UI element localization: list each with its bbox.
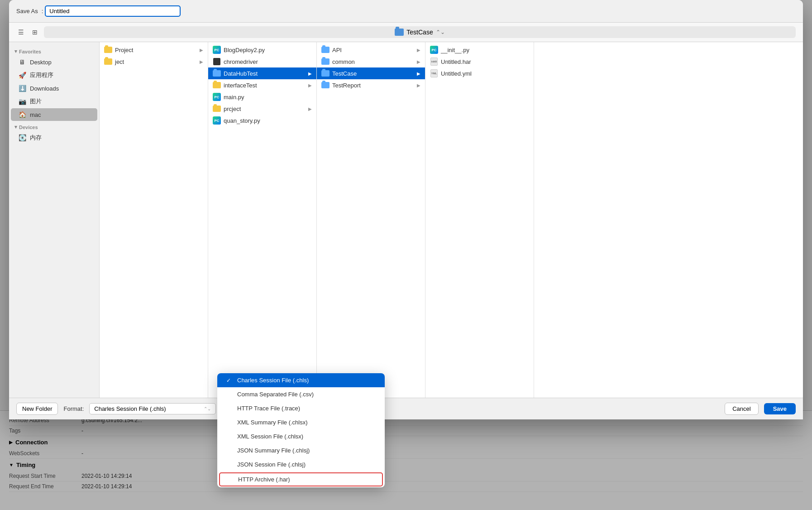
current-folder-name: TestCase <box>406 29 433 36</box>
file-item-api[interactable]: API ▶ <box>317 44 425 56</box>
format-option-trace[interactable]: HTTP Trace File (.trace) <box>217 401 385 415</box>
format-option-chlsx-session[interactable]: XML Session File (.chlsx) <box>217 429 385 443</box>
file-item-common[interactable]: common ▶ <box>317 56 425 67</box>
chevron-ject: ▶ <box>200 59 203 64</box>
columns-icon-btn[interactable]: ⊞ <box>30 27 39 38</box>
pycharm-icon-blogdeploy: PC <box>213 46 221 54</box>
file-item-testcase[interactable]: TestCase ▶ <box>317 67 425 79</box>
stepper-icon: ⌃⌄ <box>436 29 445 35</box>
pycharm-icon-quan-story: PC <box>213 116 221 125</box>
chevron-project: ▶ <box>200 48 203 53</box>
dialog-titlebar: Save As : <box>9 0 803 23</box>
file-label-testreport: TestReport <box>332 82 361 89</box>
chevron-prcject: ▶ <box>308 106 312 111</box>
file-item-prcject[interactable]: prcject ▶ <box>208 103 316 115</box>
file-label-main: main.py <box>224 94 244 101</box>
checkmark-chls: ✓ <box>226 377 234 384</box>
folder-icon-common <box>321 58 330 66</box>
file-item-interfacetest[interactable]: interfaceTest ▶ <box>208 79 316 91</box>
save-as-input[interactable] <box>45 5 181 17</box>
file-item-project[interactable]: Project ▶ <box>100 44 208 56</box>
file-item-ject[interactable]: ject ▶ <box>100 56 208 67</box>
file-browser: Project ▶ ject ▶ PC BlogDeploy2.p <box>100 42 803 398</box>
file-item-chromedriver[interactable]: chromedriver <box>208 56 316 67</box>
file-item-datahubtest[interactable]: DataHubTest ▶ <box>208 67 316 79</box>
format-label-chlsx-summary: XML Summary File (.chlsx) <box>237 419 308 426</box>
devices-label: Devices <box>19 125 38 130</box>
sidebar-item-downloads[interactable]: ⬇️ Downloads <box>11 82 97 95</box>
dialog-bottom: New Folder Format: Charles Session File … <box>9 398 803 419</box>
file-label-common: common <box>332 58 355 65</box>
photos-icon: 📷 <box>18 97 26 106</box>
downloads-icon: ⬇️ <box>18 84 26 92</box>
file-column-4: PC __init__.py HAR Untitled.har YML Unti… <box>425 42 534 398</box>
folder-dropdown[interactable]: TestCase ⌃⌄ <box>44 26 796 38</box>
file-item-testreport[interactable]: TestReport ▶ <box>317 79 425 91</box>
folder-icon-datahubtest <box>213 69 221 77</box>
file-label-testcase: TestCase <box>332 70 357 77</box>
favorites-chevron: ▾ <box>14 48 17 54</box>
save-as-label: Save As <box>16 8 38 14</box>
format-option-chlsj-session[interactable]: JSON Session File (.chlsj) <box>217 457 385 472</box>
file-label-blogdeploy: BlogDeploy2.py <box>224 47 265 53</box>
format-option-chlsj-summary[interactable]: JSON Summary File (.chlsj) <box>217 443 385 457</box>
sidebar-downloads-label: Downloads <box>30 85 59 92</box>
menu-icon-btn[interactable]: ☰ <box>16 27 26 38</box>
memory-icon: 💽 <box>18 134 26 142</box>
format-option-csv[interactable]: Comma Separated File (.csv) <box>217 387 385 401</box>
file-item-blogdeploy[interactable]: PC BlogDeploy2.py <box>208 44 316 56</box>
file-column-1: Project ▶ ject ▶ <box>100 42 208 398</box>
format-label-trace: HTTP Trace File (.trace) <box>237 405 300 412</box>
format-option-chlsx-summary[interactable]: XML Summary File (.chlsx) <box>217 415 385 429</box>
folder-icon <box>395 29 404 36</box>
file-label-project: Project <box>115 47 133 53</box>
folder-icon-project <box>104 46 112 54</box>
dialog-content: ▾ Favorites 🖥 Desktop 🚀 应用程序 ⬇️ Download… <box>9 42 803 398</box>
file-item-quan-story[interactable]: PC quan_story.py <box>208 115 316 126</box>
file-label-prcject: prcject <box>224 106 241 112</box>
file-label-untitled-har: Untitled.har <box>441 58 471 65</box>
folder-icon-testcase <box>321 69 330 77</box>
pycharm-icon-main: PC <box>213 93 221 101</box>
format-label-chlsj-session: JSON Session File (.chlsj) <box>237 461 306 468</box>
chevron-api: ▶ <box>417 48 420 53</box>
format-label-chlsx-session: XML Session File (.chlsx) <box>237 433 303 440</box>
chevron-common: ▶ <box>417 59 420 64</box>
file-item-untitled-yml[interactable]: YML Untitled.yml <box>425 67 534 79</box>
yml-file-icon: YML <box>430 69 438 77</box>
sidebar-item-memory[interactable]: 💽 内存 <box>11 131 97 144</box>
pycharm-icon-init: PC <box>430 46 438 54</box>
file-label-init: __init__.py <box>441 47 469 53</box>
file-label-chromedriver: chromedriver <box>224 58 258 65</box>
file-label-interfacetest: interfaceTest <box>224 82 257 89</box>
favorites-label: Favorites <box>19 49 41 54</box>
format-option-chls[interactable]: ✓ Charles Session File (.chls) <box>217 373 385 387</box>
devices-chevron: ▾ <box>14 124 17 130</box>
sidebar-item-desktop[interactable]: 🖥 Desktop <box>11 56 97 68</box>
folder-icon-prcject <box>213 105 221 113</box>
format-dropdown[interactable]: Charles Session File (.chls) ⌃⌄ <box>89 403 216 414</box>
sidebar-item-photos[interactable]: 📷 图片 <box>11 95 97 108</box>
sidebar-item-apps[interactable]: 🚀 应用程序 <box>11 69 97 82</box>
save-button[interactable]: Save <box>764 403 796 414</box>
cancel-button[interactable]: Cancel <box>725 403 758 415</box>
format-stepper: ⌃⌄ <box>204 406 211 411</box>
format-label-chlsj-summary: JSON Summary File (.chlsj) <box>237 447 310 454</box>
sidebar-apps-label: 应用程序 <box>30 71 53 79</box>
new-folder-button[interactable]: New Folder <box>16 403 58 415</box>
format-selected-label: Charles Session File (.chls) <box>94 405 166 412</box>
chevron-interfacetest: ▶ <box>308 83 312 88</box>
sidebar-memory-label: 内存 <box>30 134 42 142</box>
file-icon-chromedriver <box>213 58 221 66</box>
folder-icon-testreport <box>321 81 330 89</box>
file-item-init[interactable]: PC __init__.py <box>425 44 534 56</box>
apps-icon: 🚀 <box>18 71 26 79</box>
har-file-icon: HAR <box>430 58 438 66</box>
sidebar-item-mac[interactable]: 🏠 mac <box>11 108 97 121</box>
format-label-csv: Comma Separated File (.csv) <box>237 391 314 398</box>
file-item-untitled-har[interactable]: HAR Untitled.har <box>425 56 534 67</box>
file-item-main[interactable]: PC main.py <box>208 91 316 103</box>
file-label-api: API <box>332 47 342 53</box>
format-option-har[interactable]: HTTP Archive (.har) <box>219 472 383 486</box>
save-dialog: Save As : ☰ ⊞ TestCase ⌃⌄ ▾ Favorites 🖥 … <box>9 0 803 419</box>
